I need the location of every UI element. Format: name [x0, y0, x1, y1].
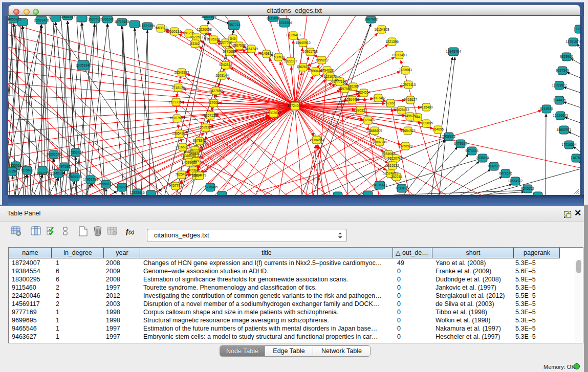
svg-text:17016504: 17016504 [561, 143, 577, 146]
svg-text:546: 546 [230, 37, 235, 40]
svg-text:9245652: 9245652 [521, 187, 534, 190]
svg-text:39154: 39154 [8, 169, 17, 173]
svg-text:1244415: 1244415 [553, 98, 566, 102]
svg-text:1733426: 1733426 [395, 186, 408, 190]
svg-text:9084067: 9084067 [382, 152, 395, 156]
svg-text:10973493: 10973493 [391, 53, 407, 57]
svg-text:15692971: 15692971 [556, 128, 572, 132]
svg-text:7955812: 7955812 [315, 58, 329, 62]
svg-text:891295: 891295 [183, 31, 194, 35]
svg-text:1527602: 1527602 [88, 17, 101, 21]
svg-text:16210643: 16210643 [553, 114, 568, 117]
svg-text:9777169: 9777169 [333, 80, 346, 83]
svg-text:9227349: 9227349 [556, 69, 569, 72]
svg-text:164095: 164095 [432, 127, 444, 131]
svg-text:7625402: 7625402 [175, 172, 188, 176]
svg-text:5322037: 5322037 [284, 59, 297, 63]
svg-text:252214: 252214 [391, 175, 402, 179]
svg-text:9660124: 9660124 [168, 30, 181, 33]
svg-text:10719155: 10719155 [114, 20, 129, 24]
svg-text:20206576: 20206576 [46, 152, 61, 156]
svg-text:335061: 335061 [10, 164, 21, 167]
svg-text:16120746: 16120746 [387, 157, 403, 160]
svg-text:15751074: 15751074 [565, 40, 580, 43]
svg-text:19384554: 19384554 [309, 138, 324, 142]
svg-text:20364436: 20364436 [344, 98, 360, 101]
svg-text:12923446: 12923446 [129, 191, 145, 194]
svg-text:8215955: 8215955 [540, 107, 553, 111]
svg-text:8471676: 8471676 [499, 171, 512, 175]
svg-text:17359924: 17359924 [68, 150, 83, 154]
svg-text:17957253: 17957253 [83, 178, 98, 181]
svg-text:9474444: 9474444 [465, 149, 478, 152]
svg-text:16543382: 16543382 [174, 71, 189, 74]
svg-text:1615132: 1615132 [386, 164, 399, 167]
svg-text:9115460: 9115460 [420, 105, 433, 109]
svg-text:7485063: 7485063 [399, 68, 412, 72]
svg-text:9146821: 9146821 [260, 52, 273, 55]
svg-text:9463627: 9463627 [404, 98, 417, 101]
svg-text:12975115: 12975115 [401, 83, 416, 86]
svg-text:12213369: 12213369 [168, 100, 184, 104]
svg-text:7632621: 7632621 [487, 164, 500, 168]
svg-text:18107553: 18107553 [169, 116, 185, 120]
svg-text:16671355: 16671355 [140, 24, 155, 28]
svg-text:1588520: 1588520 [272, 55, 285, 59]
svg-text:83362: 83362 [190, 42, 200, 46]
svg-text:6794028: 6794028 [320, 69, 334, 72]
svg-text:9327508: 9327508 [219, 40, 232, 44]
svg-text:10853267: 10853267 [60, 16, 75, 18]
svg-text:644: 644 [415, 115, 420, 119]
svg-text:8678342: 8678342 [193, 139, 206, 142]
svg-text:10654112: 10654112 [508, 179, 523, 183]
svg-text:13524851: 13524851 [383, 171, 398, 175]
svg-text:6479197: 6479197 [454, 142, 467, 145]
svg-text:13535394: 13535394 [198, 125, 213, 129]
svg-text:14055715: 14055715 [8, 17, 21, 21]
svg-text:2603144: 2603144 [215, 74, 229, 77]
svg-text:2867608: 2867608 [232, 43, 246, 47]
svg-text:149822: 149822 [189, 151, 200, 155]
svg-text:20691406: 20691406 [34, 18, 49, 22]
svg-text:9242848: 9242848 [219, 63, 232, 67]
svg-text:5938923: 5938923 [442, 135, 455, 138]
svg-text:12505135: 12505135 [67, 175, 82, 179]
svg-text:18807249: 18807249 [372, 140, 387, 144]
svg-text:8222: 8222 [191, 148, 199, 152]
svg-text:8813054: 8813054 [267, 16, 280, 20]
svg-text:6914479: 6914479 [193, 173, 206, 177]
svg-text:0899695: 0899695 [420, 121, 433, 125]
svg-text:15720407: 15720407 [360, 118, 376, 122]
svg-text:1621072: 1621072 [323, 75, 337, 78]
svg-text:19218506: 19218506 [277, 21, 292, 25]
svg-text:10961758: 10961758 [302, 50, 318, 53]
svg-text:10688609: 10688609 [367, 129, 382, 133]
svg-text:29053346: 29053346 [76, 63, 91, 67]
svg-text:6497568: 6497568 [338, 87, 352, 91]
svg-text:16154808: 16154808 [374, 28, 389, 31]
svg-text:8186328: 8186328 [207, 37, 220, 41]
svg-text:12093872: 12093872 [552, 83, 567, 87]
svg-text:16782759: 16782759 [114, 185, 129, 189]
svg-text:15716485: 15716485 [203, 185, 218, 189]
svg-text:7663822: 7663822 [154, 26, 167, 30]
svg-text:12942757: 12942757 [36, 172, 52, 176]
svg-text:1112: 1112 [576, 27, 580, 31]
svg-text:1221396: 1221396 [385, 40, 399, 43]
svg-text:10975867: 10975867 [57, 165, 72, 168]
svg-text:8454749: 8454749 [245, 47, 258, 51]
svg-text:19756928: 19756928 [398, 144, 413, 148]
svg-text:489: 489 [193, 159, 199, 163]
svg-text:3624554: 3624554 [357, 91, 371, 94]
svg-text:1362615: 1362615 [296, 65, 310, 69]
svg-text:2935114: 2935114 [476, 156, 489, 160]
svg-text:10025433: 10025433 [394, 108, 409, 112]
svg-text:3875685: 3875685 [223, 50, 236, 53]
svg-text:18724007: 18724007 [287, 104, 302, 107]
svg-text:19654982: 19654982 [172, 132, 187, 135]
svg-text:2718176: 2718176 [171, 86, 185, 90]
svg-text:1145194: 1145194 [52, 171, 65, 175]
svg-text:10958117: 10958117 [99, 182, 114, 186]
svg-text:16848784: 16848784 [446, 50, 461, 53]
svg-text:62160: 62160 [386, 101, 396, 105]
